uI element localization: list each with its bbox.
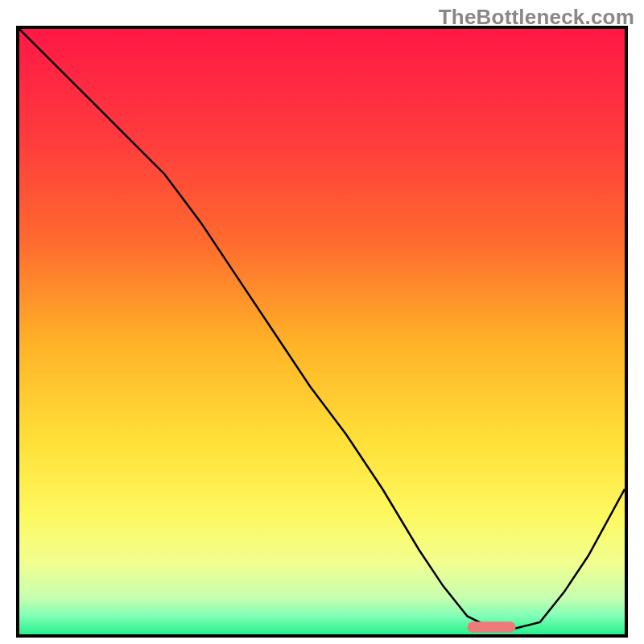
plot-svg bbox=[19, 29, 625, 634]
optimal-range-marker bbox=[467, 621, 515, 633]
plot-area bbox=[16, 26, 628, 638]
chart-frame: TheBottleneck.com bbox=[0, 0, 644, 644]
